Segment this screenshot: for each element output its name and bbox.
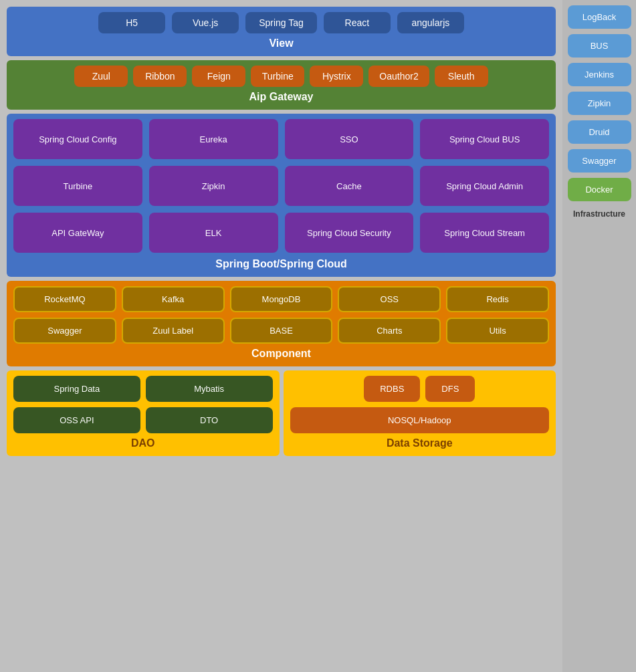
gateway-zuul: Zuul xyxy=(74,66,128,87)
view-items: H5 Vue.js Spring Tag React angularjs xyxy=(13,12,549,33)
spring-api-gateway: API GateWay xyxy=(13,213,142,253)
gateway-section: Zuul Ribbon Feign Turbine Hystrix Oautho… xyxy=(7,60,556,110)
view-item-springtag: Spring Tag xyxy=(245,12,317,33)
view-label: View xyxy=(13,37,549,49)
component-swagger: Swagger xyxy=(13,318,116,344)
spring-zipkin: Zipkin xyxy=(149,166,278,206)
datastorage-section: RDBS DFS NOSQL/Hadoop Data Storage xyxy=(284,370,556,456)
component-mongodb: MongoDB xyxy=(230,286,333,312)
dao-grid: Spring Data Mybatis OSS API DTO xyxy=(13,376,273,433)
component-charts: Charts xyxy=(338,318,441,344)
datastorage-rdbs: RDBS xyxy=(364,376,420,402)
spring-eureka: Eureka xyxy=(149,119,278,159)
main-content: H5 Vue.js Spring Tag React angularjs Vie… xyxy=(0,0,562,672)
component-oss: OSS xyxy=(338,286,441,312)
gateway-turbine: Turbine xyxy=(251,66,304,87)
spring-cloud-stream: Spring Cloud Stream xyxy=(420,213,549,253)
component-utils: Utils xyxy=(446,318,549,344)
dao-spring-data: Spring Data xyxy=(13,376,140,402)
dao-label: DAO xyxy=(13,437,273,449)
gateway-oauthor2: Oauthor2 xyxy=(368,66,429,87)
spring-cloud-security: Spring Cloud Security xyxy=(285,213,414,253)
sidebar-infrastructure-label: Infrastructure xyxy=(573,209,625,219)
spring-elk: ELK xyxy=(149,213,278,253)
sidebar-swagger[interactable]: Swagger xyxy=(568,149,631,173)
view-item-h5: H5 xyxy=(98,12,165,33)
component-redis: Redis xyxy=(446,286,549,312)
dao-mybatis: Mybatis xyxy=(146,376,273,402)
sidebar-logback[interactable]: LogBack xyxy=(568,5,631,29)
gateway-label: Aip Gateway xyxy=(13,91,549,103)
spring-turbine: Turbine xyxy=(13,166,142,206)
sidebar: LogBack BUS Jenkins Zipkin Druid Swagger… xyxy=(562,0,636,672)
component-rocketmq: RocketMQ xyxy=(13,286,116,312)
spring-cache: Cache xyxy=(285,166,414,206)
springboot-label: Spring Boot/Spring Cloud xyxy=(13,258,549,270)
view-item-vuejs: Vue.js xyxy=(172,12,239,33)
sidebar-zipkin[interactable]: Zipkin xyxy=(568,92,631,115)
springboot-grid: Spring Cloud Config Eureka SSO Spring Cl… xyxy=(13,119,549,253)
component-kafka: Kafka xyxy=(122,286,225,312)
component-base: BASE xyxy=(230,318,333,344)
datastorage-nosql: NOSQL/Hadoop xyxy=(290,407,550,433)
spring-cloud-config: Spring Cloud Config xyxy=(13,119,142,159)
gateway-hystrix: Hystrix xyxy=(310,66,363,87)
dao-oss-api: OSS API xyxy=(13,407,140,433)
view-item-react: React xyxy=(324,12,391,33)
view-item-angularjs: angularjs xyxy=(397,12,464,33)
gateway-feign: Feign xyxy=(192,66,245,87)
springboot-section: Spring Cloud Config Eureka SSO Spring Cl… xyxy=(7,114,556,277)
view-section: H5 Vue.js Spring Tag React angularjs Vie… xyxy=(7,7,556,56)
component-zuul-label: Zuul Label xyxy=(122,318,225,344)
sidebar-druid[interactable]: Druid xyxy=(568,120,631,144)
gateway-sleuth: Sleuth xyxy=(435,66,488,87)
dao-dto: DTO xyxy=(146,407,273,433)
component-grid-row1: RocketMQ Kafka MongoDB OSS Redis Swagger… xyxy=(13,286,549,344)
bottom-section: Spring Data Mybatis OSS API DTO DAO RDBS… xyxy=(7,370,556,456)
component-section: RocketMQ Kafka MongoDB OSS Redis Swagger… xyxy=(7,281,556,366)
spring-sso: SSO xyxy=(285,119,414,159)
sidebar-bus[interactable]: BUS xyxy=(568,34,631,58)
spring-cloud-bus: Spring Cloud BUS xyxy=(420,119,549,159)
datastorage-top: RDBS DFS xyxy=(290,376,550,402)
sidebar-docker[interactable]: Docker xyxy=(568,178,631,201)
spring-cloud-admin: Spring Cloud Admin xyxy=(420,166,549,206)
dao-section: Spring Data Mybatis OSS API DTO DAO xyxy=(7,370,280,456)
datastorage-dfs: DFS xyxy=(425,376,475,402)
datastorage-label: Data Storage xyxy=(290,437,550,449)
gateway-items: Zuul Ribbon Feign Turbine Hystrix Oautho… xyxy=(13,66,549,87)
sidebar-jenkins[interactable]: Jenkins xyxy=(568,63,631,86)
component-label: Component xyxy=(13,348,549,360)
gateway-ribbon: Ribbon xyxy=(133,66,187,87)
